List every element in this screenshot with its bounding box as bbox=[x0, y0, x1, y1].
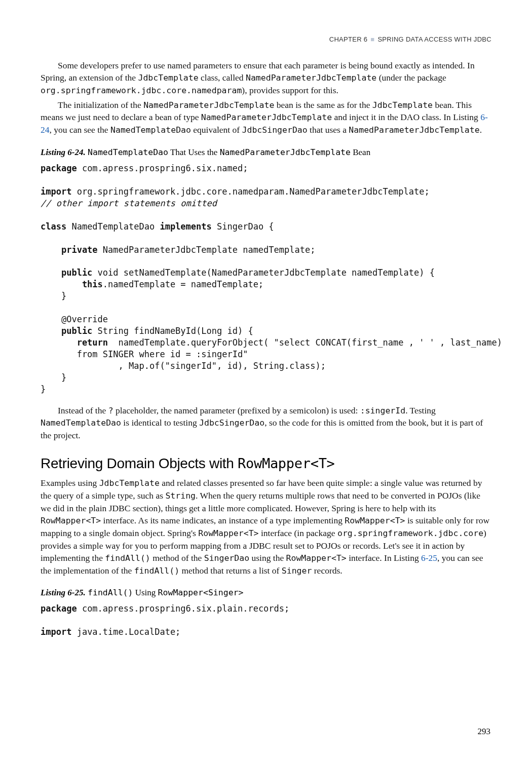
paragraph-2: The initialization of the NamedParameter… bbox=[41, 99, 491, 136]
code-listing-6-25: package com.apress.prospring6.six.plain.… bbox=[41, 603, 491, 638]
page-container: CHAPTER 6 ■ SPRING DATA ACCESS WITH JDBC… bbox=[0, 0, 532, 667]
page-number: 293 bbox=[478, 727, 491, 737]
paragraph-4: Examples using JdbcTemplate and related … bbox=[41, 477, 491, 577]
listing-link-6-25[interactable]: 6-25 bbox=[421, 553, 437, 563]
chapter-label: CHAPTER 6 bbox=[329, 35, 368, 43]
listing-6-25-caption: Listing 6-25. findAll() Using RowMapper<… bbox=[41, 588, 491, 598]
listing-6-24-caption: Listing 6-24. NamedTemplateDao That Uses… bbox=[41, 147, 491, 158]
section-heading-rowmapper: Retrieving Domain Objects with RowMapper… bbox=[41, 455, 491, 472]
running-header: CHAPTER 6 ■ SPRING DATA ACCESS WITH JDBC bbox=[41, 35, 491, 43]
header-separator-icon: ■ bbox=[370, 35, 374, 43]
chapter-title: SPRING DATA ACCESS WITH JDBC bbox=[377, 35, 491, 43]
paragraph-3: Instead of the ? placeholder, the named … bbox=[41, 404, 491, 442]
code-listing-6-24: package com.apress.prospring6.six.named;… bbox=[41, 163, 491, 395]
paragraph-1: Some developers prefer to use named para… bbox=[41, 59, 491, 97]
